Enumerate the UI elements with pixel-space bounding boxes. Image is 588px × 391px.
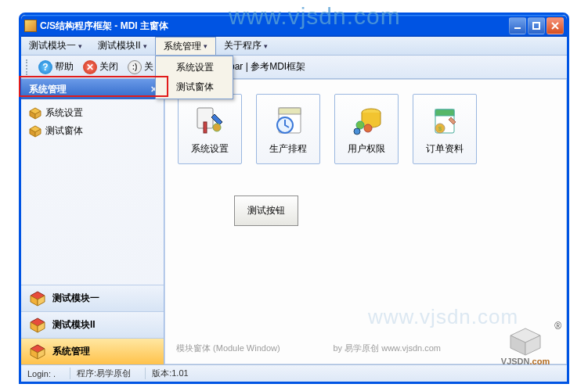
tile-system-settings[interactable]: 系统设置	[178, 94, 242, 164]
menu-about[interactable]: 关于程序▾	[216, 37, 276, 55]
chevron-down-icon: ▾	[143, 42, 147, 50]
tile-row: 系统设置 生产排程 用户权限 $ 订单资料	[178, 94, 554, 164]
svg-text:$: $	[438, 125, 442, 132]
sidebar-header: 系统管理 ✕	[21, 79, 164, 99]
svg-point-24	[356, 121, 364, 129]
toolbar-grip[interactable]	[26, 59, 30, 75]
toolbar-label: 帮助	[55, 60, 74, 74]
app-icon	[24, 20, 37, 32]
status-login: Login: .	[27, 369, 56, 378]
order-doc-icon: $	[427, 103, 462, 138]
calendar-clock-icon	[271, 103, 305, 138]
nav-label: 测试模块II	[52, 318, 96, 332]
svg-rect-1	[533, 23, 539, 29]
menu-label: 系统管理	[164, 40, 201, 53]
dropdown-system-settings[interactable]: 系统设置	[157, 58, 231, 77]
logo-text: VJSDN.com	[501, 357, 550, 366]
tree-label: 测试窗体	[45, 124, 83, 138]
nav-label: 测试模块一	[52, 292, 99, 305]
nav-panel: 测试模块一 测试模块II 系统管理	[21, 285, 164, 364]
nav-system-manage[interactable]: 系统管理	[21, 338, 164, 364]
sidebar: 系统管理 ✕ 系统设置 测试窗体 测试模块一	[21, 79, 164, 364]
svg-point-18	[213, 124, 221, 131]
settings-tools-icon	[193, 103, 227, 138]
menu-label: 测试模块II	[98, 39, 141, 52]
tile-label: 系统设置	[191, 142, 229, 156]
svg-rect-28	[435, 109, 454, 116]
nav-test-module-1[interactable]: 测试模块一	[21, 285, 164, 311]
minimize-button[interactable]	[509, 17, 526, 34]
close-button[interactable]	[547, 17, 564, 34]
tree-item-system-settings[interactable]: 系统设置	[27, 104, 157, 122]
toolbar-about-partial[interactable]: :) 关	[124, 59, 157, 76]
tile-order-data[interactable]: $ 订单资料	[413, 94, 477, 164]
svg-point-25	[364, 124, 372, 132]
menu-dropdown: 系统设置 测试窗体	[155, 56, 233, 99]
body-area: 系统管理 ✕ 系统设置 测试窗体 测试模块一	[21, 79, 567, 364]
logo-corner: ® VJSDN.com	[489, 317, 561, 366]
window-title: C/S结构程序框架 - MDI 主窗体	[40, 20, 509, 33]
nav-test-module-2[interactable]: 测试模块II	[21, 311, 164, 338]
registered-mark: ®	[554, 321, 561, 332]
toolbar-label: 关闭	[99, 60, 118, 74]
help-icon: ?	[38, 60, 52, 74]
menu-label: 关于程序	[224, 39, 262, 52]
module-footer: 模块窗体 (Module Window) by 易学原创 www.vjsdn.c…	[176, 343, 441, 354]
window-controls	[509, 17, 564, 34]
status-version: 版本:1.01	[145, 368, 188, 379]
box-icon	[29, 317, 46, 334]
svg-rect-19	[204, 122, 207, 133]
cube-icon	[29, 107, 41, 120]
toolbar-help[interactable]: ? 帮助	[34, 59, 78, 76]
module-footer-left: 模块窗体 (Module Window)	[176, 343, 280, 354]
close-icon: ✕	[83, 60, 97, 74]
nav-label: 系统管理	[52, 345, 90, 358]
menu-system-manage[interactable]: 系统管理▾ 系统设置 测试窗体	[155, 37, 216, 55]
menu-test-module-1[interactable]: 测试模块一▾	[21, 37, 90, 55]
sidebar-tree: 系统设置 测试窗体	[21, 99, 164, 285]
tree-item-test-window[interactable]: 测试窗体	[27, 122, 157, 140]
statusbar: Login: . 程序:易学原创 版本:1.01	[21, 364, 567, 382]
menubar: 测试模块一▾ 测试模块II▾ 系统管理▾ 系统设置 测试窗体 关于程序▾	[21, 37, 567, 56]
titlebar: C/S结构程序框架 - MDI 主窗体	[21, 15, 567, 37]
dropdown-test-window[interactable]: 测试窗体	[157, 77, 231, 97]
tile-production-schedule[interactable]: 生产排程	[256, 94, 320, 164]
chevron-down-icon: ▾	[264, 42, 268, 50]
logo-brand: VJSDN	[501, 357, 530, 366]
tile-label: 生产排程	[269, 142, 307, 156]
test-button[interactable]: 测试按钮	[234, 196, 298, 226]
users-db-icon	[349, 103, 384, 138]
chevron-down-icon: ▾	[204, 42, 207, 50]
box-icon	[29, 343, 46, 361]
tile-label: 订单资料	[426, 142, 464, 156]
toolbar-label: 关	[144, 60, 153, 74]
menu-label: 测试模块一	[29, 39, 76, 52]
chevron-down-icon: ▾	[78, 42, 82, 50]
maximize-button[interactable]	[528, 17, 545, 34]
cube-logo-icon	[507, 327, 543, 357]
status-program: 程序:易学原创	[70, 368, 131, 379]
svg-rect-21	[279, 108, 301, 114]
svg-rect-0	[514, 27, 521, 29]
tile-label: 用户权限	[348, 142, 385, 156]
toolbar-close[interactable]: ✕ 关闭	[79, 59, 122, 76]
logo-domain: .com	[530, 357, 550, 366]
window-frame: C/S结构程序框架 - MDI 主窗体 测试模块一▾ 测试模块II▾ 系统管理▾…	[19, 13, 569, 384]
tile-user-permissions[interactable]: 用户权限	[334, 94, 399, 164]
cube-icon	[29, 125, 41, 138]
svg-point-26	[354, 128, 360, 135]
tree-label: 系统设置	[45, 106, 83, 120]
sidebar-header-label: 系统管理	[29, 83, 67, 96]
toolbar: ? 帮助 ✕ 关闭 :) 关 oolbar | 参考MDI框架	[21, 56, 567, 79]
menu-test-module-2[interactable]: 测试模块II▾	[90, 37, 155, 55]
box-icon	[29, 290, 46, 307]
module-footer-right: by 易学原创 www.vjsdn.com	[333, 343, 441, 354]
about-icon: :)	[128, 60, 142, 74]
